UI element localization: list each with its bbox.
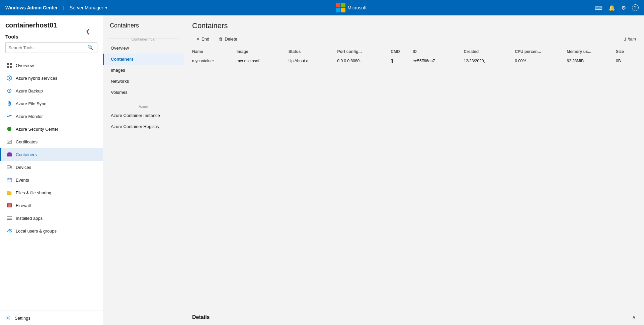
svg-rect-20 [8,219,8,220]
sidebar-item-label-events: Events [16,178,29,183]
secondary-nav-overview[interactable]: Overview [103,43,184,54]
azure-filesync-icon [6,101,12,107]
col-cmd[interactable]: CMD [391,47,413,56]
secondary-nav-containers[interactable]: Containers [103,54,184,65]
end-icon: ✕ [196,37,200,42]
secondary-nav-images[interactable]: Images [103,65,184,76]
secondary-nav-azure-container-instance[interactable]: Azure Container Instance [103,110,184,121]
sidebar-item-azure-filesync[interactable]: Azure File Sync [0,97,103,110]
sidebar-item-label-files: Files & file sharing [16,190,51,195]
sidebar-item-azure-security[interactable]: Azure Security Center [0,123,103,135]
ms-brand: Microsoft [347,5,367,10]
files-icon [6,190,12,196]
secondary-nav: Containers Container host Overview Conta… [103,15,184,325]
sidebar-item-label-containers: Containers [16,152,37,157]
col-status[interactable]: Status [289,47,337,56]
settings-icon [5,315,11,321]
sidebar-item-azure-monitor[interactable]: Azure Monitor [0,110,103,123]
gear-icon[interactable]: ⚙ [621,5,626,11]
cell-port-config: 0.0.0.0:8080-... [337,56,391,66]
sidebar-item-label-devices: Devices [16,165,31,170]
main-panel: Containers ✕ End 🗑 Delete 1 item [184,15,644,325]
col-port-config[interactable]: Port config... [337,47,391,56]
server-manager-btn[interactable]: Server Manager ▼ [70,5,108,10]
terminal-icon[interactable]: ⌨ [595,5,602,11]
secondary-nav-azure-container-registry[interactable]: Azure Container Registry [103,121,184,132]
settings-nav-item[interactable]: Settings [0,311,103,325]
svg-point-5 [9,77,10,79]
sidebar-item-devices[interactable]: Devices [0,161,103,174]
svg-rect-19 [8,218,8,218]
cell-status: Up About a ... [289,56,337,66]
table-row[interactable]: mycontainer mcr.microsof... Up About a .… [192,56,636,66]
col-image[interactable]: Image [237,47,289,56]
col-memory-us[interactable]: Memory us... [567,47,616,56]
svg-rect-15 [11,167,12,168]
bell-icon[interactable]: 🔔 [609,5,615,11]
installed-apps-icon [6,215,12,221]
search-button[interactable]: 🔍 [84,43,97,53]
svg-point-22 [10,229,11,231]
sidebar-item-label-firewall: Firewall [16,203,31,208]
sidebar-item-local-users[interactable]: Local users & groups [0,224,103,237]
sidebar-item-label-azure-filesync: Azure File Sync [16,101,46,106]
overview-icon [6,62,12,68]
svg-rect-12 [9,152,10,154]
sidebar-item-firewall[interactable]: Firewall [0,199,103,212]
secondary-nav-volumes[interactable]: Volumes [103,87,184,98]
cell-cmd: [] [391,56,413,66]
sidebar-item-label-local-users: Local users & groups [16,229,57,234]
col-size[interactable]: Size [616,47,636,56]
azure-backup-icon [6,88,12,94]
cell-created: 12/23/2020, ... [464,56,515,66]
sidebar-item-containers[interactable]: Containers [0,148,103,161]
firewall-icon [6,202,12,208]
end-label: End [202,37,209,42]
sidebar-item-label-azure-security: Azure Security Center [16,127,58,132]
col-name[interactable]: Name [192,47,237,56]
cell-image: mcr.microsof... [237,56,289,66]
col-created[interactable]: Created [464,47,515,56]
secondary-nav-networks[interactable]: Networks [103,76,184,87]
sidebar-item-events[interactable]: Events [0,174,103,186]
topbar: Windows Admin Center | Server Manager ▼ … [0,0,644,15]
sidebar-item-label-azure-hybrid: Azure hybrid services [16,76,57,81]
search-input[interactable] [6,43,84,52]
group-label-container-host: Container host [103,35,184,43]
group-label-azure: Azure [103,102,184,110]
sidebar-nav: Overview Azure hybrid services Azure Bac… [0,59,103,325]
help-icon[interactable]: ? [632,4,639,11]
details-toggle[interactable]: Details ∧ [192,309,636,325]
svg-rect-3 [10,66,12,68]
microsoft-logo [336,3,345,12]
delete-icon: 🗑 [219,37,223,42]
svg-rect-11 [8,152,9,154]
sidebar-bottom: Settings [0,311,103,325]
sidebar-item-label-azure-monitor: Azure Monitor [16,114,43,119]
sidebar-item-files[interactable]: Files & file sharing [0,186,103,199]
sidebar-item-azure-hybrid[interactable]: Azure hybrid services [0,72,103,84]
item-count: 1 item [624,37,636,42]
sidebar-item-installed-apps[interactable]: Installed apps [0,212,103,224]
svg-rect-0 [7,63,9,65]
cell-name: mycontainer [192,56,237,66]
toolbar: ✕ End 🗑 Delete 1 item [184,35,644,47]
devices-icon [6,164,12,170]
sidebar-item-certificates[interactable]: Certificates [0,135,103,148]
sidebar-item-overview[interactable]: Overview [0,59,103,72]
details-title: Details [192,314,210,320]
col-cpu-percent[interactable]: CPU percen... [515,47,567,56]
sidebar-item-azure-backup[interactable]: Azure Backup [0,84,103,97]
events-icon [6,177,12,183]
svg-point-21 [8,229,10,231]
containers-table-container: Name Image Status Port config... CMD ID … [184,47,644,309]
sidebar-collapse-btn[interactable]: ❮ [84,27,92,35]
end-button[interactable]: ✕ End [192,35,213,43]
server-dropdown-icon: ▼ [105,6,108,10]
delete-button[interactable]: 🗑 Delete [215,35,241,43]
col-id[interactable]: ID [413,47,464,56]
sidebar-item-label-installed-apps: Installed apps [16,216,43,221]
settings-nav-label: Settings [15,316,30,321]
svg-rect-2 [7,66,9,68]
server-manager-label: Server Manager [70,5,103,10]
